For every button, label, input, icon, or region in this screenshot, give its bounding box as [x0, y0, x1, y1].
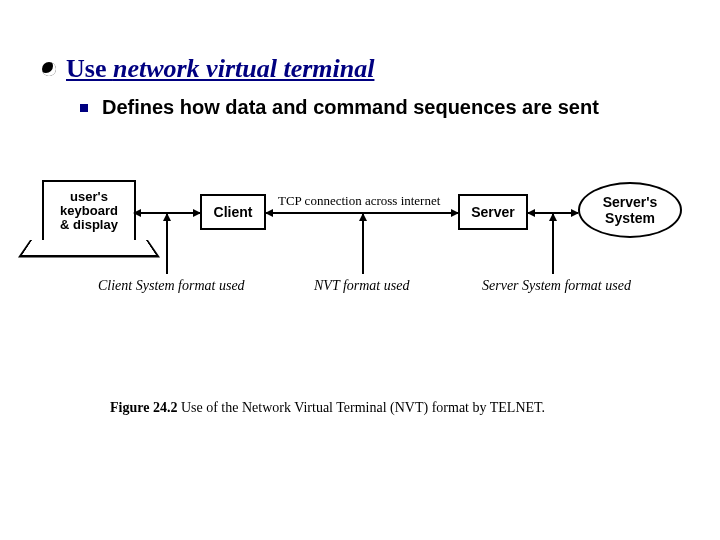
arrow-client-format [166, 214, 168, 274]
servers-system-label: Server's System [603, 194, 658, 226]
heading-row: Use network virtual terminal [42, 54, 374, 84]
heading-text: Use network virtual terminal [66, 54, 374, 84]
client-label: Client [214, 204, 253, 220]
label-server-format: Server System format used [482, 278, 631, 294]
figure-caption: Figure 24.2 Use of the Network Virtual T… [110, 400, 545, 416]
user-terminal-label: user's keyboard & display [60, 190, 118, 233]
figure-number: Figure 24.2 [110, 400, 177, 415]
arrow-server-format [552, 214, 554, 274]
server-label: Server [471, 204, 515, 220]
figure-caption-text: Use of the Network Virtual Terminal (NVT… [177, 400, 545, 415]
label-client-format: Client System format used [98, 278, 245, 294]
user-terminal-box: user's keyboard & display [42, 180, 136, 242]
slide: Use network virtual terminal Defines how… [0, 0, 720, 540]
heading-plain: Use [66, 54, 113, 83]
arrow-nvt-format [362, 214, 364, 274]
nvt-diagram: user's keyboard & display Client Server … [30, 160, 690, 360]
label-nvt-format: NVT format used [314, 278, 409, 294]
servers-system-ellipse: Server's System [578, 182, 682, 238]
subpoint-row: Defines how data and command sequences a… [80, 96, 599, 119]
heading-italic: network virtual terminal [113, 54, 375, 83]
heading-bullet-icon [42, 62, 56, 76]
subpoint-text: Defines how data and command sequences a… [102, 96, 599, 119]
monitor-base-icon [30, 240, 148, 254]
server-box: Server [458, 194, 528, 230]
client-box: Client [200, 194, 266, 230]
subpoint-bullet-icon [80, 104, 88, 112]
tcp-connection-label: TCP connection across internet [278, 193, 440, 209]
